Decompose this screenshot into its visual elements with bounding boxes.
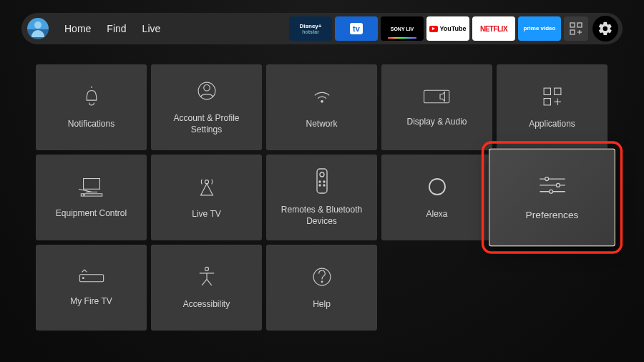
svg-point-25	[323, 185, 325, 186]
profile-avatar[interactable]	[27, 18, 49, 39]
svg-point-35	[205, 268, 208, 271]
card-live-tv[interactable]: Live TV	[151, 155, 262, 240]
app-sony-label: SONY LIV	[391, 26, 414, 31]
app-netflix[interactable]: NETFLIX	[472, 16, 515, 41]
card-notifications-label: Notifications	[68, 119, 114, 130]
account-icon	[195, 79, 219, 103]
svg-point-24	[319, 185, 321, 186]
svg-point-36	[313, 268, 331, 285]
card-alexa-label: Alexa	[426, 209, 447, 220]
app-sony-liv[interactable]: SONY LIV	[381, 16, 424, 41]
card-account-label: Account & Profile Settings	[160, 113, 253, 135]
antenna-icon	[195, 175, 219, 199]
svg-point-34	[82, 278, 84, 279]
app-primevideo-label: prime video	[524, 26, 556, 31]
card-equipment-control[interactable]: Equipment Control	[36, 155, 147, 240]
accessibility-icon	[195, 265, 219, 289]
card-network-label: Network	[306, 119, 337, 130]
app-youtube[interactable]: YouTube	[426, 16, 469, 41]
gear-icon	[597, 21, 613, 36]
apps-grid-button[interactable]	[564, 16, 588, 41]
app-disney-label1: Disney+	[300, 24, 322, 29]
top-nav-bar: Home Find Live Disney+ hotstar tv SONY L…	[21, 13, 623, 44]
card-my-fire-tv[interactable]: My Fire TV	[36, 245, 147, 331]
card-applications[interactable]: Applications	[497, 64, 608, 150]
apps-grid-icon	[570, 22, 582, 35]
svg-point-26	[429, 179, 444, 195]
card-accessibility-label: Accessibility	[183, 299, 230, 310]
alexa-icon	[425, 175, 449, 199]
sliders-icon	[537, 173, 567, 197]
svg-rect-1	[577, 23, 582, 27]
app-youtube-label: YouTube	[439, 25, 466, 32]
svg-rect-9	[544, 88, 550, 94]
svg-point-37	[321, 281, 323, 283]
settings-gear-button[interactable]	[592, 16, 618, 41]
card-help[interactable]: Help	[266, 245, 377, 331]
card-preferences[interactable]: Preferences	[489, 149, 615, 247]
remote-icon	[314, 167, 330, 195]
card-preferences-label: Preferences	[526, 209, 579, 222]
svg-point-28	[545, 177, 548, 181]
app-netflix-label: NETFLIX	[480, 25, 507, 33]
app-prime-video[interactable]: prime video	[518, 16, 561, 41]
settings-grid: Notifications Account & Profile Settings…	[36, 64, 608, 331]
svg-point-18	[83, 195, 84, 196]
card-livetv-label: Live TV	[192, 209, 220, 220]
card-account-profile[interactable]: Account & Profile Settings	[151, 64, 262, 150]
svg-rect-2	[570, 30, 575, 34]
card-display-audio-label: Display & Audio	[406, 117, 467, 128]
svg-line-15	[79, 189, 92, 192]
card-remotes-bluetooth[interactable]: Remotes & Bluetooth Devices	[266, 155, 377, 240]
nav-home[interactable]: Home	[64, 23, 91, 34]
card-alexa[interactable]: Alexa	[381, 155, 492, 240]
nav-live[interactable]: Live	[142, 23, 161, 34]
svg-point-6	[203, 85, 210, 92]
applications-icon	[540, 84, 565, 109]
svg-rect-0	[570, 23, 575, 27]
card-network[interactable]: Network	[266, 64, 377, 150]
card-display-audio[interactable]: Display & Audio	[381, 64, 492, 150]
card-remotes-label: Remotes & Bluetooth Devices	[275, 205, 369, 227]
svg-point-32	[549, 190, 552, 194]
svg-rect-14	[83, 179, 99, 190]
card-myfiretv-label: My Fire TV	[70, 296, 112, 308]
svg-rect-11	[544, 99, 550, 105]
wifi-icon	[310, 84, 334, 109]
card-applications-label: Applications	[529, 119, 575, 130]
equipment-icon	[79, 175, 104, 198]
app-tv[interactable]: tv	[335, 16, 378, 41]
svg-rect-8	[424, 90, 449, 103]
card-accessibility[interactable]: Accessibility	[151, 245, 262, 331]
display-audio-icon	[423, 87, 452, 107]
svg-point-23	[323, 181, 325, 182]
svg-point-21	[320, 172, 324, 177]
app-tv-label: tv	[350, 23, 363, 34]
app-disney-label2: hotstar	[302, 29, 319, 34]
firetv-icon	[77, 268, 106, 286]
nav-links: Home Find Live	[64, 23, 160, 34]
svg-point-30	[556, 184, 560, 187]
youtube-icon	[429, 26, 438, 32]
svg-point-7	[321, 101, 323, 103]
help-icon	[310, 265, 334, 289]
bell-icon	[79, 84, 104, 109]
card-notifications[interactable]: Notifications	[36, 64, 147, 150]
card-equipment-label: Equipment Control	[56, 208, 127, 220]
app-disney-hotstar[interactable]: Disney+ hotstar	[289, 16, 332, 41]
svg-rect-10	[554, 88, 560, 94]
svg-point-22	[319, 181, 321, 182]
nav-find[interactable]: Find	[107, 23, 126, 34]
card-help-label: Help	[313, 299, 331, 310]
